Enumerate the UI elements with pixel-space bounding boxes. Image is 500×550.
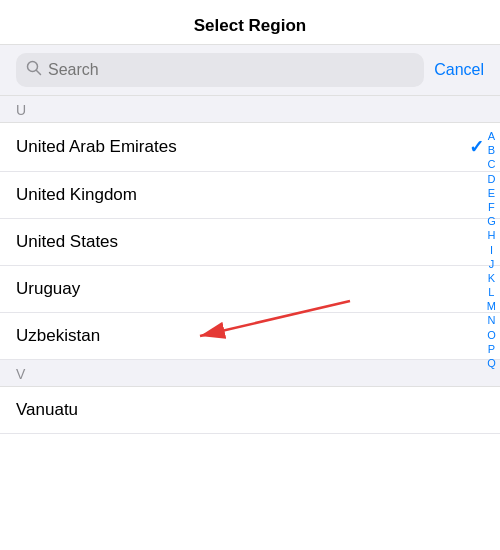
search-icon	[26, 60, 42, 80]
list-item[interactable]: Vanuatu	[0, 387, 500, 434]
cancel-button[interactable]: Cancel	[434, 61, 484, 79]
search-row: Cancel	[0, 45, 500, 96]
side-index-item-c[interactable]: C	[485, 158, 498, 171]
page-title: Select Region	[194, 16, 306, 35]
section-header-v: V	[0, 360, 500, 387]
side-index-item-o[interactable]: O	[485, 329, 498, 342]
list-item[interactable]: United Arab Emirates ✓	[0, 123, 500, 172]
side-index-item-q[interactable]: Q	[485, 357, 498, 370]
side-index-item-j[interactable]: J	[485, 258, 498, 271]
list-container[interactable]: U United Arab Emirates ✓ United Kingdom …	[0, 96, 500, 550]
side-index-item-l[interactable]: L	[485, 286, 498, 299]
item-label: Uruguay	[16, 279, 80, 299]
side-index-item-m[interactable]: M	[485, 300, 498, 313]
item-label: United Arab Emirates	[16, 137, 177, 157]
side-index-item-k[interactable]: K	[485, 272, 498, 285]
search-container[interactable]	[16, 53, 424, 87]
checkmark-icon: ✓	[469, 136, 484, 158]
side-index-item-i[interactable]: I	[485, 244, 498, 257]
list-item[interactable]: Uzbekistan	[0, 313, 500, 360]
list-item[interactable]: United Kingdom	[0, 172, 500, 219]
list-item[interactable]: Uruguay	[0, 266, 500, 313]
side-index-item-b[interactable]: B	[485, 144, 498, 157]
side-index-item-g[interactable]: G	[485, 215, 498, 228]
svg-line-1	[37, 71, 41, 75]
search-input[interactable]	[48, 61, 414, 79]
page: Select Region Cancel U United Arab Emira…	[0, 0, 500, 550]
side-index-item-d[interactable]: D	[485, 173, 498, 186]
item-label: United States	[16, 232, 118, 252]
list-item-united-states[interactable]: United States	[0, 219, 500, 266]
item-label: United Kingdom	[16, 185, 137, 205]
side-index-item-n[interactable]: N	[485, 314, 498, 327]
header: Select Region	[0, 0, 500, 45]
side-index-item-a[interactable]: A	[485, 130, 498, 143]
item-label: Uzbekistan	[16, 326, 100, 346]
side-index-item-e[interactable]: E	[485, 187, 498, 200]
side-index-item-p[interactable]: P	[485, 343, 498, 356]
side-index-item-h[interactable]: H	[485, 229, 498, 242]
side-index[interactable]: ABCDEFGHIJKLMNOPQ	[485, 130, 498, 370]
section-header-u: U	[0, 96, 500, 123]
item-label: Vanuatu	[16, 400, 78, 420]
side-index-item-f[interactable]: F	[485, 201, 498, 214]
